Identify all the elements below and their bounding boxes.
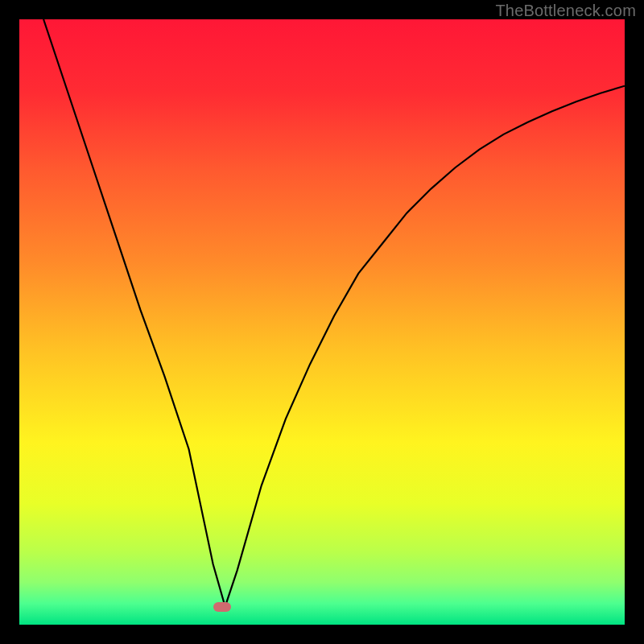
minimum-marker (213, 602, 231, 612)
chart-frame: TheBottleneck.com (0, 0, 644, 644)
curve-layer (19, 19, 625, 625)
watermark-text: TheBottleneck.com (495, 2, 636, 20)
plot-area (19, 19, 625, 625)
bottleneck-curve (43, 19, 625, 606)
